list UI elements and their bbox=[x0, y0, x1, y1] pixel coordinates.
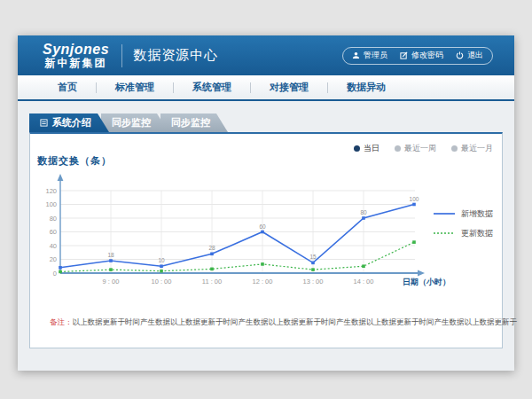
svg-text:28: 28 bbox=[208, 245, 215, 251]
legend-line-icon bbox=[433, 210, 456, 219]
nav-item-0[interactable]: 首页 bbox=[39, 81, 96, 94]
range-selector: 当日最近一周最近一月 bbox=[354, 143, 493, 154]
tab-2[interactable]: 同步监控 bbox=[160, 113, 228, 132]
page-title: 数据资源中心 bbox=[133, 47, 218, 64]
range-option-label: 当日 bbox=[364, 143, 379, 154]
svg-text:0: 0 bbox=[53, 270, 57, 278]
svg-text:18: 18 bbox=[107, 252, 114, 258]
legend-item-1: 更新数据 bbox=[433, 228, 493, 239]
tab-label: 系统介绍 bbox=[52, 116, 91, 129]
company-logo: Synjones 新中新集团 bbox=[43, 43, 109, 68]
logo-text: Synjones bbox=[43, 43, 109, 58]
tab-1[interactable]: 同步监控 bbox=[101, 113, 168, 132]
user-toolbar-label: 退出 bbox=[467, 50, 483, 61]
document-icon bbox=[40, 118, 48, 129]
svg-text:100: 100 bbox=[45, 200, 57, 208]
app-window: Synjones 新中新集团 数据资源中心 管理员修改密码退出 首页标准管理系统… bbox=[18, 35, 514, 371]
legend-item-0: 新增数据 bbox=[433, 208, 493, 220]
user-toolbar-label: 管理员 bbox=[364, 50, 387, 61]
svg-text:40: 40 bbox=[50, 242, 57, 250]
svg-text:12 : 00: 12 : 00 bbox=[253, 278, 273, 286]
range-option-2[interactable]: 最近一月 bbox=[451, 143, 493, 154]
tab-label: 同步监控 bbox=[171, 116, 210, 129]
svg-text:100: 100 bbox=[410, 196, 419, 202]
svg-text:15: 15 bbox=[309, 254, 317, 260]
note-text: 以上数据更新于时间产生数据以上数据更新于时间产生数据以上数据更新于时间产生数据以… bbox=[73, 317, 518, 326]
legend-label: 更新数据 bbox=[461, 228, 493, 239]
exchange-chart: 0204060801001209 : 0010 : 0011 : 0012 : … bbox=[39, 168, 465, 301]
user-toolbar-user[interactable]: 管理员 bbox=[352, 50, 387, 61]
user-icon bbox=[352, 51, 360, 59]
legend-line-icon bbox=[433, 230, 456, 239]
svg-text:9 : 00: 9 : 00 bbox=[103, 278, 120, 286]
nav-item-2[interactable]: 系统管理 bbox=[174, 81, 250, 94]
legend-label: 新增数据 bbox=[461, 208, 493, 220]
radio-icon bbox=[451, 145, 458, 152]
system-intro-panel: 当日最近一周最近一月 数据交换（条） 0204060801001209 : 00… bbox=[29, 132, 503, 348]
range-option-label: 最近一周 bbox=[404, 143, 436, 154]
svg-text:60: 60 bbox=[259, 223, 266, 230]
radio-icon bbox=[395, 145, 401, 152]
user-toolbar: 管理员修改密码退出 bbox=[342, 47, 493, 65]
svg-text:20: 20 bbox=[50, 255, 57, 263]
tab-bar: 系统介绍同步监控同步监控 bbox=[29, 113, 503, 132]
footer-note: 备注：以上数据更新于时间产生数据以上数据更新于时间产生数据以上数据更新于时间产生… bbox=[50, 317, 517, 328]
range-option-1[interactable]: 最近一周 bbox=[395, 143, 436, 154]
radio-icon bbox=[354, 145, 360, 152]
note-prefix: 备注： bbox=[50, 317, 73, 326]
svg-text:13 : 00: 13 : 00 bbox=[303, 278, 324, 286]
tab-label: 同步监控 bbox=[112, 116, 151, 129]
svg-text:14 : 00: 14 : 00 bbox=[354, 278, 374, 286]
main-nav: 首页标准管理系统管理对接管理数据异动 bbox=[18, 75, 514, 101]
nav-item-4[interactable]: 数据异动 bbox=[328, 81, 404, 94]
user-toolbar-label: 修改密码 bbox=[411, 50, 443, 61]
nav-item-1[interactable]: 标准管理 bbox=[97, 81, 173, 94]
tab-0[interactable]: 系统介绍 bbox=[29, 113, 109, 132]
svg-text:10: 10 bbox=[158, 257, 165, 263]
user-toolbar-edit[interactable]: 修改密码 bbox=[400, 50, 443, 61]
chart-legend: 新增数据更新数据 bbox=[433, 208, 493, 239]
svg-text:80: 80 bbox=[50, 215, 57, 223]
svg-text:80: 80 bbox=[360, 209, 367, 215]
edit-icon bbox=[400, 51, 408, 59]
power-icon bbox=[456, 51, 464, 59]
header-divider bbox=[121, 44, 122, 67]
svg-text:60: 60 bbox=[50, 228, 57, 236]
svg-text:日期（小时）: 日期（小时） bbox=[403, 278, 450, 286]
nav-item-3[interactable]: 对接管理 bbox=[251, 81, 327, 94]
chart-title: 数据交换（条） bbox=[37, 154, 112, 168]
svg-text:11 : 00: 11 : 00 bbox=[202, 278, 222, 286]
chart-box: 0204060801001209 : 0010 : 0011 : 0012 : … bbox=[39, 168, 465, 304]
app-header: Synjones 新中新集团 数据资源中心 管理员修改密码退出 bbox=[18, 35, 514, 75]
range-option-0[interactable]: 当日 bbox=[354, 143, 379, 154]
user-toolbar-power[interactable]: 退出 bbox=[456, 50, 483, 61]
range-option-label: 最近一月 bbox=[461, 143, 493, 154]
svg-text:10 : 00: 10 : 00 bbox=[152, 278, 172, 286]
content-area: 系统介绍同步监控同步监控 当日最近一周最近一月 数据交换（条） 02040608… bbox=[18, 101, 514, 348]
svg-text:120: 120 bbox=[45, 187, 57, 195]
logo-subtext: 新中新集团 bbox=[43, 58, 109, 69]
